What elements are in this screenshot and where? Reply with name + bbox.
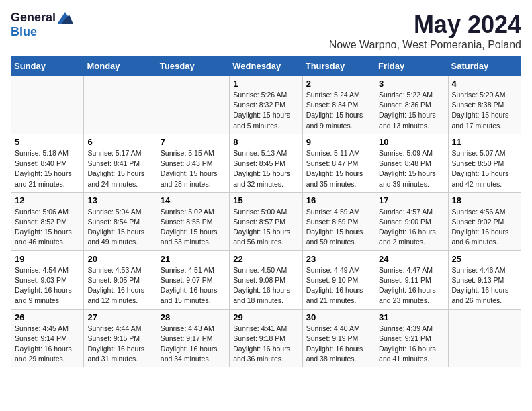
day-info: Sunrise: 5:09 AM Sunset: 8:48 PM Dayligh… bbox=[379, 148, 444, 189]
day-cell: 31Sunrise: 4:39 AM Sunset: 9:21 PM Dayli… bbox=[375, 309, 448, 367]
week-row-3: 12Sunrise: 5:06 AM Sunset: 8:52 PM Dayli… bbox=[11, 192, 521, 250]
day-info: Sunrise: 5:20 AM Sunset: 8:38 PM Dayligh… bbox=[452, 90, 517, 131]
week-row-4: 19Sunrise: 4:54 AM Sunset: 9:03 PM Dayli… bbox=[11, 250, 521, 309]
day-info: Sunrise: 5:15 AM Sunset: 8:43 PM Dayligh… bbox=[161, 148, 226, 189]
calendar-table: SundayMondayTuesdayWednesdayThursdayFrid… bbox=[11, 56, 521, 367]
day-number: 18 bbox=[452, 195, 517, 205]
day-number: 12 bbox=[15, 195, 80, 205]
day-number: 6 bbox=[87, 137, 152, 147]
day-number: 30 bbox=[306, 312, 371, 322]
day-cell: 22Sunrise: 4:50 AM Sunset: 9:08 PM Dayli… bbox=[230, 250, 302, 309]
calendar-header: SundayMondayTuesdayWednesdayThursdayFrid… bbox=[11, 57, 521, 76]
day-info: Sunrise: 5:13 AM Sunset: 8:45 PM Dayligh… bbox=[233, 148, 298, 189]
day-info: Sunrise: 4:45 AM Sunset: 9:14 PM Dayligh… bbox=[15, 324, 80, 365]
day-cell: 16Sunrise: 4:59 AM Sunset: 8:59 PM Dayli… bbox=[302, 192, 375, 250]
day-number: 28 bbox=[161, 312, 226, 322]
day-number: 9 bbox=[306, 137, 371, 147]
day-cell: 9Sunrise: 5:11 AM Sunset: 8:47 PM Daylig… bbox=[302, 134, 375, 192]
day-info: Sunrise: 5:11 AM Sunset: 8:47 PM Dayligh… bbox=[306, 148, 371, 189]
day-cell: 6Sunrise: 5:17 AM Sunset: 8:41 PM Daylig… bbox=[84, 134, 157, 192]
day-number: 24 bbox=[379, 254, 444, 264]
header-cell-thursday: Thursday bbox=[302, 57, 375, 76]
day-cell: 5Sunrise: 5:18 AM Sunset: 8:40 PM Daylig… bbox=[11, 134, 84, 192]
day-number: 23 bbox=[306, 254, 371, 264]
day-number: 14 bbox=[161, 195, 226, 205]
day-cell: 8Sunrise: 5:13 AM Sunset: 8:45 PM Daylig… bbox=[230, 134, 302, 192]
week-row-2: 5Sunrise: 5:18 AM Sunset: 8:40 PM Daylig… bbox=[11, 134, 521, 192]
logo-icon bbox=[57, 12, 73, 24]
header-cell-saturday: Saturday bbox=[448, 57, 521, 76]
day-cell: 17Sunrise: 4:57 AM Sunset: 9:00 PM Dayli… bbox=[375, 192, 448, 250]
day-number: 20 bbox=[87, 254, 152, 264]
day-cell: 13Sunrise: 5:04 AM Sunset: 8:54 PM Dayli… bbox=[84, 192, 157, 250]
logo: General Blue bbox=[11, 11, 73, 39]
day-number: 31 bbox=[379, 312, 444, 322]
day-number: 17 bbox=[379, 195, 444, 205]
day-info: Sunrise: 4:40 AM Sunset: 9:19 PM Dayligh… bbox=[306, 324, 371, 365]
day-number: 13 bbox=[87, 195, 152, 205]
day-info: Sunrise: 4:47 AM Sunset: 9:11 PM Dayligh… bbox=[379, 265, 444, 306]
day-number: 21 bbox=[161, 254, 226, 264]
day-cell: 25Sunrise: 4:46 AM Sunset: 9:13 PM Dayli… bbox=[448, 250, 521, 309]
day-cell: 14Sunrise: 5:02 AM Sunset: 8:55 PM Dayli… bbox=[157, 192, 229, 250]
day-number: 10 bbox=[379, 137, 444, 147]
day-cell: 21Sunrise: 4:51 AM Sunset: 9:07 PM Dayli… bbox=[157, 250, 229, 309]
day-info: Sunrise: 4:59 AM Sunset: 8:59 PM Dayligh… bbox=[306, 207, 371, 248]
day-cell: 30Sunrise: 4:40 AM Sunset: 9:19 PM Dayli… bbox=[302, 309, 375, 367]
day-info: Sunrise: 4:41 AM Sunset: 9:18 PM Dayligh… bbox=[233, 324, 298, 365]
day-number: 7 bbox=[161, 137, 226, 147]
header-cell-tuesday: Tuesday bbox=[157, 57, 229, 76]
day-cell: 2Sunrise: 5:24 AM Sunset: 8:34 PM Daylig… bbox=[302, 76, 375, 134]
day-number: 4 bbox=[452, 79, 517, 89]
logo-blue-text: Blue bbox=[11, 25, 37, 39]
day-info: Sunrise: 4:57 AM Sunset: 9:00 PM Dayligh… bbox=[379, 207, 444, 248]
day-info: Sunrise: 5:07 AM Sunset: 8:50 PM Dayligh… bbox=[452, 148, 517, 189]
title-area: May 2024 Nowe Warpno, West Pomerania, Po… bbox=[329, 11, 521, 51]
day-cell: 10Sunrise: 5:09 AM Sunset: 8:48 PM Dayli… bbox=[375, 134, 448, 192]
day-info: Sunrise: 5:00 AM Sunset: 8:57 PM Dayligh… bbox=[233, 207, 298, 248]
day-cell: 24Sunrise: 4:47 AM Sunset: 9:11 PM Dayli… bbox=[375, 250, 448, 309]
day-info: Sunrise: 5:06 AM Sunset: 8:52 PM Dayligh… bbox=[15, 207, 80, 248]
day-cell: 27Sunrise: 4:44 AM Sunset: 9:15 PM Dayli… bbox=[84, 309, 157, 367]
day-info: Sunrise: 4:39 AM Sunset: 9:21 PM Dayligh… bbox=[379, 324, 444, 365]
day-info: Sunrise: 4:56 AM Sunset: 9:02 PM Dayligh… bbox=[452, 207, 517, 248]
day-number: 5 bbox=[15, 137, 80, 147]
header-cell-sunday: Sunday bbox=[11, 57, 84, 76]
day-number: 1 bbox=[233, 79, 298, 89]
day-cell: 26Sunrise: 4:45 AM Sunset: 9:14 PM Dayli… bbox=[11, 309, 84, 367]
day-cell: 1Sunrise: 5:26 AM Sunset: 8:32 PM Daylig… bbox=[230, 76, 302, 134]
day-number: 3 bbox=[379, 79, 444, 89]
day-number: 2 bbox=[306, 79, 371, 89]
header-cell-friday: Friday bbox=[375, 57, 448, 76]
day-info: Sunrise: 5:26 AM Sunset: 8:32 PM Dayligh… bbox=[233, 90, 298, 131]
day-info: Sunrise: 4:51 AM Sunset: 9:07 PM Dayligh… bbox=[161, 265, 226, 306]
day-cell bbox=[84, 76, 157, 134]
week-row-1: 1Sunrise: 5:26 AM Sunset: 8:32 PM Daylig… bbox=[11, 76, 521, 134]
day-info: Sunrise: 4:44 AM Sunset: 9:15 PM Dayligh… bbox=[87, 324, 152, 365]
day-info: Sunrise: 4:43 AM Sunset: 9:17 PM Dayligh… bbox=[161, 324, 226, 365]
day-info: Sunrise: 4:49 AM Sunset: 9:10 PM Dayligh… bbox=[306, 265, 371, 306]
day-cell: 19Sunrise: 4:54 AM Sunset: 9:03 PM Dayli… bbox=[11, 250, 84, 309]
logo-general-text: General bbox=[11, 11, 56, 25]
day-cell: 18Sunrise: 4:56 AM Sunset: 9:02 PM Dayli… bbox=[448, 192, 521, 250]
day-cell: 4Sunrise: 5:20 AM Sunset: 8:38 PM Daylig… bbox=[448, 76, 521, 134]
day-cell: 7Sunrise: 5:15 AM Sunset: 8:43 PM Daylig… bbox=[157, 134, 229, 192]
main-title: May 2024 bbox=[329, 11, 521, 39]
day-number: 15 bbox=[233, 195, 298, 205]
day-cell: 15Sunrise: 5:00 AM Sunset: 8:57 PM Dayli… bbox=[230, 192, 302, 250]
header-row: SundayMondayTuesdayWednesdayThursdayFrid… bbox=[11, 57, 521, 76]
day-cell: 20Sunrise: 4:53 AM Sunset: 9:05 PM Dayli… bbox=[84, 250, 157, 309]
day-cell: 28Sunrise: 4:43 AM Sunset: 9:17 PM Dayli… bbox=[157, 309, 229, 367]
day-cell: 3Sunrise: 5:22 AM Sunset: 8:36 PM Daylig… bbox=[375, 76, 448, 134]
day-cell bbox=[11, 76, 84, 134]
day-info: Sunrise: 5:02 AM Sunset: 8:55 PM Dayligh… bbox=[161, 207, 226, 248]
day-info: Sunrise: 4:50 AM Sunset: 9:08 PM Dayligh… bbox=[233, 265, 298, 306]
week-row-5: 26Sunrise: 4:45 AM Sunset: 9:14 PM Dayli… bbox=[11, 309, 521, 367]
day-number: 26 bbox=[15, 312, 80, 322]
day-number: 16 bbox=[306, 195, 371, 205]
header-cell-wednesday: Wednesday bbox=[230, 57, 302, 76]
day-cell: 11Sunrise: 5:07 AM Sunset: 8:50 PM Dayli… bbox=[448, 134, 521, 192]
day-number: 27 bbox=[87, 312, 152, 322]
subtitle: Nowe Warpno, West Pomerania, Poland bbox=[329, 39, 521, 51]
day-info: Sunrise: 5:17 AM Sunset: 8:41 PM Dayligh… bbox=[87, 148, 152, 189]
